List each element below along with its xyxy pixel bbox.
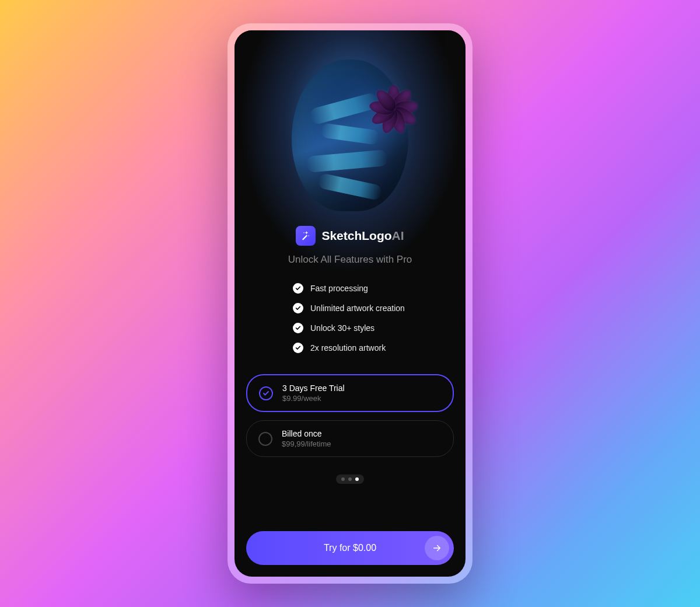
feature-item: Unlimited artwork creation: [293, 303, 454, 313]
feature-item: Unlock 30+ styles: [293, 323, 454, 333]
check-icon: [293, 283, 303, 294]
check-icon: [293, 323, 303, 333]
feature-item: 2x resolution artwork: [293, 343, 454, 353]
brand-name-main: SketchLogo: [321, 229, 391, 242]
plan-title: 3 Days Free Trial: [282, 383, 345, 393]
feature-item: Fast processing: [293, 283, 454, 294]
dot: [341, 477, 345, 481]
arrow-right-icon: [425, 536, 449, 560]
features-list: Fast processing Unlimited artwork creati…: [246, 283, 454, 353]
check-icon: [293, 303, 303, 313]
svg-point-0: [309, 235, 310, 236]
feature-label: Unlimited artwork creation: [310, 304, 405, 313]
dot: [348, 477, 352, 481]
pagination-dots[interactable]: [336, 475, 364, 484]
plan-option-trial[interactable]: 3 Days Free Trial $9.99/week: [246, 374, 454, 412]
plan-option-lifetime[interactable]: Billed once $99,99/lifetime: [246, 420, 454, 457]
subtitle: Unlock All Features with Pro: [246, 254, 454, 266]
cta-label: Try for $0.00: [324, 543, 376, 553]
svg-point-1: [304, 232, 305, 233]
plan-price: $9.99/week: [282, 394, 345, 403]
radio-unselected-icon: [258, 432, 272, 446]
brand-name-suffix: AI: [392, 229, 404, 242]
plan-price: $99,99/lifetime: [282, 439, 331, 448]
try-button[interactable]: Try for $0.00: [246, 531, 454, 565]
brand-header: SketchLogoAI: [246, 226, 454, 246]
plans-list: 3 Days Free Trial $9.99/week Billed once…: [246, 374, 454, 457]
feature-label: 2x resolution artwork: [310, 343, 386, 353]
brand-name: SketchLogoAI: [321, 229, 404, 243]
feature-label: Fast processing: [310, 284, 368, 293]
feature-label: Unlock 30+ styles: [310, 323, 374, 333]
wand-icon: [296, 226, 316, 246]
radio-selected-icon: [259, 386, 273, 400]
plan-title: Billed once: [282, 429, 331, 438]
dot-active: [355, 477, 359, 481]
phone-screen: SketchLogoAI Unlock All Features with Pr…: [235, 30, 466, 577]
phone-frame: SketchLogoAI Unlock All Features with Pr…: [228, 23, 473, 584]
check-icon: [293, 343, 303, 353]
